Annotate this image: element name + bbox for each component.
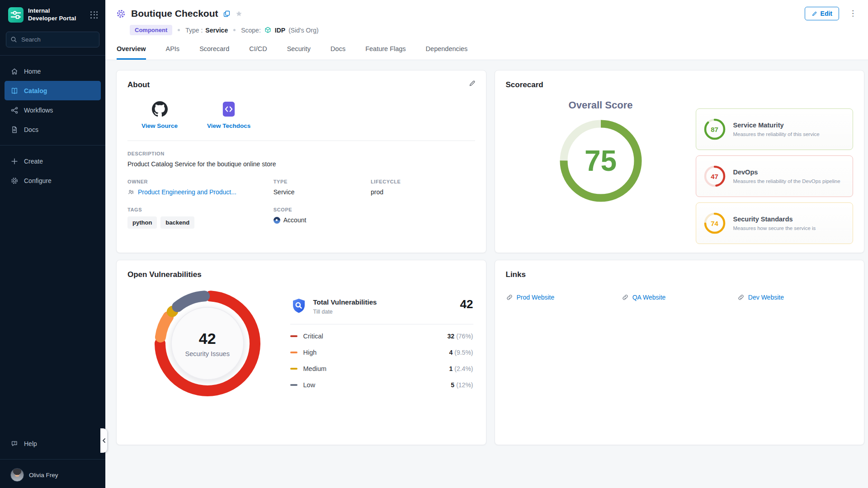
score-value: 74 [703,212,726,235]
type-value: Service [274,188,371,196]
more-options-icon[interactable]: ⋮ [849,12,856,15]
prod-website-link[interactable]: Prod Website [506,294,622,301]
sidebar-item-home[interactable]: Home [5,61,101,81]
scorecard-description: Measures the reliability of this service [733,131,820,137]
sidebar-item-label: Create [24,158,43,165]
plus-icon [10,157,19,165]
sidebar-bottom: ? Help Olivia Frey [0,434,105,488]
search-input[interactable] [6,32,99,47]
links-card: Links Prod Website QA [495,260,865,445]
sidebar-item-help[interactable]: ? Help [5,434,101,453]
kind-badge[interactable]: Component [130,25,172,35]
high-swatch [290,352,297,354]
divider [0,145,105,145]
tab-docs[interactable]: Docs [330,45,345,60]
link-icon [622,294,629,301]
view-techdocs-link[interactable]: View Techdocs [207,101,250,129]
legend-count: 32 [448,333,455,340]
entity-meta: Component Type : Service Scope: IDP (Sid… [130,25,856,36]
divider [0,55,105,56]
sidebar-item-workflows[interactable]: Workflows [5,100,101,120]
scorecard-item-security-standards[interactable]: 74 Security Standards Measures how secur… [696,202,854,244]
github-icon [152,101,168,117]
sidebar-collapse-handle[interactable] [100,428,107,453]
score-ring: 47 [703,165,726,188]
score-ring: 74 [703,212,726,235]
scorecard-title: Scorecard [506,80,854,89]
tab-security[interactable]: Security [287,45,311,60]
sidebar-nav: Home Catalog Workflows Do [0,61,105,139]
scope-value: IDP [275,27,285,34]
divider [0,459,105,460]
main-area: Boutique Checkout Edit ⋮ [105,0,868,488]
sidebar-item-catalog[interactable]: Catalog [5,81,101,100]
user-menu[interactable]: Olivia Frey [0,465,105,482]
owner-label: OWNER [127,179,274,184]
app-switcher-icon[interactable] [90,11,98,19]
workflows-icon [10,106,19,114]
overall-score-donut: 75 [556,116,646,206]
links-title: Links [506,270,854,279]
view-source-link[interactable]: View Source [140,101,179,129]
tab-cicd[interactable]: CI/CD [249,45,267,60]
qa-website-link[interactable]: QA Website [622,294,737,301]
description-label: DESCRIPTION [127,151,475,156]
tab-overview[interactable]: Overview [117,45,146,60]
security-issues-count: 42 [199,330,216,347]
about-title: About [127,80,475,89]
catalog-icon [10,87,19,95]
about-card: About View Source [116,70,486,253]
critical-swatch [290,335,297,338]
tab-bar: Overview APIs Scorecard CI/CD Security D… [105,36,868,60]
scorecard-description: Measures how secure the service is [733,225,816,231]
legend-row-medium: Medium 1(2.4%) [290,361,473,377]
scorecard-item-service-maturity[interactable]: 87 Service Maturity Measures the reliabi… [696,108,854,150]
sidebar-item-configure[interactable]: Configure [5,171,101,190]
sidebar-item-label: Help [24,440,37,447]
copy-icon[interactable] [223,10,231,18]
type-value: Service [205,27,228,34]
about-edit-icon[interactable] [468,80,476,89]
legend-row-high: High 4(9.5%) [290,344,473,361]
gear-icon [10,177,19,185]
scorecard-name: Service Maturity [733,122,820,129]
sidebar-item-label: Configure [24,177,52,184]
component-gear-icon [116,9,126,19]
total-vulnerabilities-value: 42 [460,297,473,311]
legend-row-critical: Critical 32(76%) [290,328,473,344]
tab-feature-flags[interactable]: Feature Flags [365,45,406,60]
search-icon [10,36,17,43]
link-label: Dev Website [748,294,784,301]
avatar [10,468,24,482]
app-window: Internal Developer Portal Home [0,0,868,488]
dev-website-link[interactable]: Dev Website [737,294,853,301]
scorecard-list: 87 Service Maturity Measures the reliabi… [696,108,854,244]
sidebar-item-label: Workflows [24,107,53,114]
owner-value: Product Engineering and Product... [138,188,236,196]
edit-button[interactable]: Edit [805,7,839,20]
score-ring: 87 [703,118,726,141]
divider [127,141,475,141]
security-issues-label: Security Issues [185,350,230,357]
brand[interactable]: Internal Developer Portal [0,0,105,28]
legend-count: 4 [449,349,453,356]
sidebar-item-create[interactable]: Create [5,151,101,171]
legend-label: High [303,349,317,356]
lifecycle-value: prod [371,188,475,196]
legend-pct: (76%) [456,333,473,340]
shield-search-icon [290,297,307,314]
sidebar-item-label: Docs [24,126,38,133]
star-icon[interactable] [235,10,243,18]
tab-dependencies[interactable]: Dependencies [426,45,468,60]
tags-field: TAGS python backend [127,207,274,229]
scope-field: SCOPE Account [274,207,371,229]
tag-chip[interactable]: python [127,216,157,229]
sidebar-search [6,32,99,47]
tab-scorecard[interactable]: Scorecard [199,45,229,60]
scorecard-item-devops[interactable]: 47 DevOps Measures the reliability of th… [696,155,854,197]
owner-link[interactable]: Product Engineering and Product... [127,188,274,196]
sidebar-item-docs[interactable]: Docs [5,120,101,139]
tag-chip[interactable]: backend [160,216,194,229]
owner-field: OWNER Product Engineering and Product... [127,179,274,196]
tab-apis[interactable]: APIs [166,45,180,60]
